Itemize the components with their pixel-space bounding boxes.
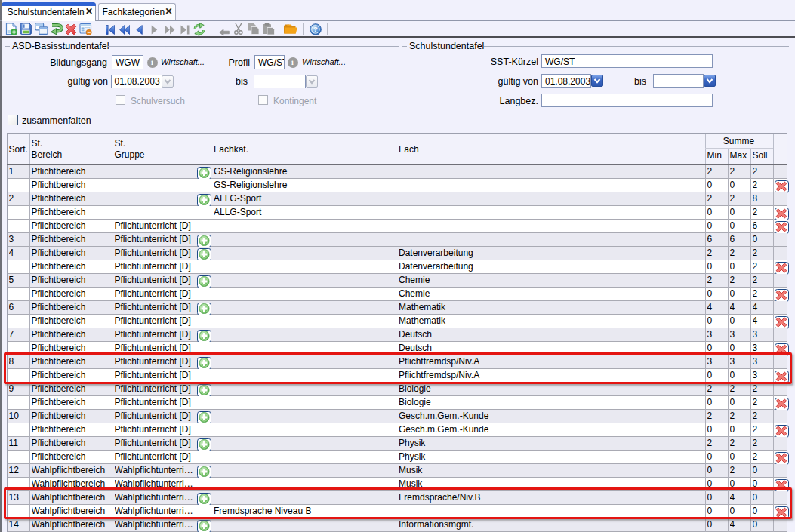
svg-text:?: ?	[313, 25, 318, 33]
